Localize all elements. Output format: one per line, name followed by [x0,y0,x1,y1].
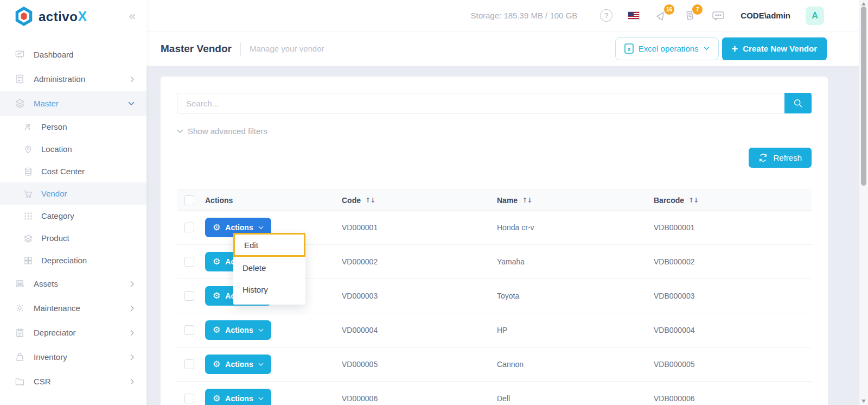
grid-icon [23,255,34,266]
chevron-down-icon [258,328,264,332]
create-new-vendor-button[interactable]: + Create New Vendor [722,37,827,60]
vendor-name: Dell [497,394,654,403]
sidebar-item-cost-center[interactable]: Cost Center [0,160,146,182]
help-button[interactable]: ? [600,9,612,22]
folder-icon [14,376,25,387]
sidebar-item-person[interactable]: Person [0,116,146,138]
page-subtitle: Manage your vendor [250,44,324,53]
notification-badge: 16 [664,4,674,15]
column-header-name[interactable]: Name↑↓ [497,196,654,205]
menu-item-delete[interactable]: Delete [233,257,305,279]
topbar: Storage: 185.39 MB / 100 GB ? 16 7 CODE\… [146,0,859,31]
avatar[interactable]: A [806,7,824,25]
vendor-code: VD000001 [342,223,497,232]
gear-icon: ⚙ [213,223,220,232]
select-all-checkbox[interactable] [184,195,194,205]
vendor-barcode: VDB000006 [654,394,812,403]
row-actions-button[interactable]: ⚙Actions [205,320,271,340]
chevron-right-icon [130,330,135,336]
storage-indicator: Storage: 185.39 MB / 100 GB [471,11,578,20]
table-row: ⚙Actions VD000005 Cannon VDB000005 [177,347,812,382]
announcements-button[interactable]: 16 [655,9,668,22]
sidebar-item-vendor[interactable]: Vendor [0,182,146,205]
sidebar-item-csr[interactable]: CSR [0,369,146,394]
table-row: ⚙Actions VD000006 Dell VDB000006 [177,382,812,405]
vendor-name: Honda cr-v [497,223,654,232]
row-checkbox[interactable] [184,359,194,369]
sidebar-item-inventory[interactable]: Inventory [0,345,146,369]
gear-icon: ⚙ [213,360,220,369]
sort-icon: ↑↓ [688,197,698,204]
row-checkbox[interactable] [184,257,194,267]
brand-logo-icon [14,6,34,27]
menu-item-edit[interactable]: Edit [233,233,305,257]
row-checkbox[interactable] [184,291,194,301]
sidebar-item-label: Cost Center [41,167,85,176]
row-actions-button[interactable]: ⚙Actions [205,355,271,374]
reports-button[interactable]: 7 [683,9,696,22]
sidebar-item-master[interactable]: Master [0,91,146,116]
sidebar-item-depreciator[interactable]: Depreciator [0,320,146,345]
sidebar-item-dashboard[interactable]: Dashboard [0,42,146,67]
vendor-code: VD000005 [342,360,497,369]
chevron-down-icon [704,47,710,50]
refresh-button[interactable]: Refresh [749,148,812,168]
sidebar-item-location[interactable]: Location [0,138,146,160]
sidebar-item-label: Maintenance [34,303,80,313]
create-new-vendor-label: Create New Vendor [743,44,817,53]
plus-icon: + [732,43,738,54]
sidebar-item-product[interactable]: Product [0,227,146,249]
row-checkbox[interactable] [184,394,194,403]
current-user[interactable]: CODE\admin [741,11,790,20]
chevron-right-icon [130,281,135,287]
chat-button[interactable] [711,9,725,22]
menu-item-history[interactable]: History [233,279,305,300]
sidebar-item-depreciation[interactable]: Depreciation [0,249,146,271]
sidebar-item-label: Assets [34,279,58,288]
clipboard-icon [14,327,25,338]
gear-icon [14,303,25,314]
column-header-code[interactable]: Code↑↓ [342,196,497,205]
sort-icon: ↑↓ [522,197,532,204]
column-header-barcode[interactable]: Barcode↑↓ [654,196,812,205]
coins-icon [23,166,34,177]
row-checkbox[interactable] [184,223,194,232]
page-header: Master Vendor Manage your vendor x Excel… [146,31,859,66]
sidebar-item-category[interactable]: Category [0,205,146,227]
sidebar-item-label: Vendor [41,189,67,198]
map-pin-icon [23,144,34,155]
excel-operations-button[interactable]: x Excel operations [615,37,719,60]
advanced-filters-toggle[interactable]: Show advanced filters [177,126,812,136]
sort-icon: ↑↓ [365,197,375,204]
sidebar-item-label: Dashboard [34,50,73,59]
vendor-barcode: VDB000004 [654,326,812,334]
sidebar-item-administration[interactable]: Administration [0,67,146,91]
svg-text:x: x [627,46,630,52]
table-row: ⚙Actions VD000004 HP VDB000004 [177,313,812,347]
logo-row: activoX « [0,0,146,33]
chevron-down-icon [258,397,264,401]
table-header-row: Actions Code↑↓ Name↑↓ Barcode↑↓ [177,189,812,211]
bag-icon [14,352,25,363]
brand-name: activoX [39,9,87,24]
language-flag-button[interactable] [628,11,640,20]
search-input[interactable] [177,93,784,113]
administration-icon [14,74,25,85]
scrollbar-thumb[interactable] [861,7,866,186]
sidebar-item-maintenance[interactable]: Maintenance [0,296,146,320]
scroll-down-arrow[interactable] [861,400,866,403]
sidebar: activoX « Dashboard Administration Maste… [0,0,146,405]
row-checkbox[interactable] [184,325,194,335]
chevron-down-icon [258,226,264,230]
excel-file-icon: x [624,43,634,54]
gear-icon: ⚙ [213,292,220,300]
chevron-down-icon [128,102,135,106]
sidebar-item-assets[interactable]: Assets [0,271,146,296]
cart-icon [23,188,34,199]
row-actions-button[interactable]: ⚙Actions [205,389,271,405]
sidebar-collapse-icon[interactable]: « [129,10,136,22]
actions-dropdown-menu: Edit Delete History [233,233,305,305]
search-button[interactable] [784,93,812,113]
scroll-up-arrow[interactable] [861,2,866,5]
vendor-barcode: VDB000002 [654,257,812,266]
